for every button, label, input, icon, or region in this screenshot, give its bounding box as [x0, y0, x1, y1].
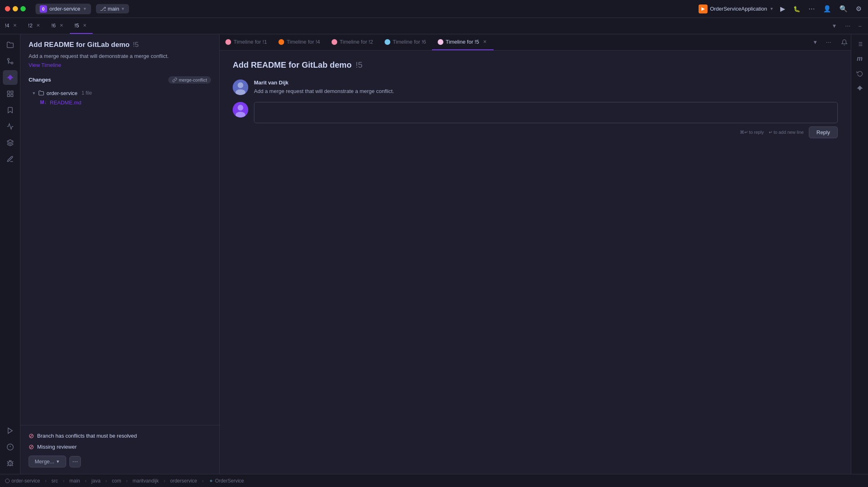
- mr-main-title: Add README for GitLab demo !5: [233, 60, 838, 70]
- right-tab-mr6[interactable]: Timeline for !6: [379, 34, 432, 50]
- notification-bell-button[interactable]: [838, 39, 851, 46]
- mr-description: Add a merge request that will demonstrat…: [29, 52, 211, 60]
- tab-mr5[interactable]: !5 ✕: [70, 18, 93, 34]
- sidebar-item-source-tree[interactable]: [3, 119, 18, 134]
- tab-mr6-icon: [385, 39, 390, 45]
- far-right-gitlab-icon[interactable]: [853, 82, 866, 95]
- comment-body: Marit van Dijk Add a merge request that …: [254, 80, 838, 95]
- statusbar-class-icon: [209, 478, 214, 483]
- project-dropdown-icon: ▼: [83, 7, 87, 11]
- reply-input[interactable]: [254, 102, 838, 123]
- far-right-list-icon[interactable]: [853, 38, 866, 51]
- merge-dropdown-icon: ▼: [56, 459, 60, 464]
- tab-more-button[interactable]: ▼: [828, 23, 840, 29]
- conflict-badge-text: merge-conflict: [179, 77, 207, 82]
- sidebar: [0, 34, 20, 474]
- right-tab-mr4-label: Timeline for !4: [287, 39, 320, 45]
- app-dropdown-icon: ▼: [770, 7, 774, 11]
- tab-mr5-icon: [438, 39, 443, 45]
- app-name: OrderServiceApplication: [710, 6, 767, 12]
- right-tab-mr5-close[interactable]: ✕: [481, 39, 488, 45]
- sidebar-item-git[interactable]: [3, 54, 18, 69]
- traffic-lights: [5, 6, 26, 11]
- changes-label: Changes: [29, 77, 51, 83]
- folder-chevron-icon: ▼: [32, 91, 36, 95]
- far-right-m-icon[interactable]: m: [853, 52, 866, 65]
- statusbar-repo-icon: [5, 478, 10, 483]
- svg-rect-3: [11, 91, 13, 93]
- folder-item[interactable]: ▼ order-service 1 file: [29, 89, 211, 98]
- far-right-history-icon[interactable]: [853, 67, 866, 80]
- tab-mr2[interactable]: !2 ✕: [23, 18, 47, 34]
- statusbar-repo-text: order-service: [11, 478, 40, 484]
- merge-more-button[interactable]: ⋯: [69, 456, 81, 467]
- statusbar-src[interactable]: src: [51, 478, 58, 484]
- right-tab-mr1[interactable]: Timeline for !1: [220, 34, 273, 50]
- statusbar-main[interactable]: main: [69, 478, 80, 484]
- svg-point-0: [11, 62, 13, 64]
- more-actions-button[interactable]: ⋯: [807, 3, 817, 14]
- settings-button[interactable]: ⚙: [854, 3, 863, 14]
- file-item-readme[interactable]: M↓ README.md: [37, 98, 211, 107]
- close-button[interactable]: [5, 6, 10, 11]
- run-button[interactable]: ▶: [779, 3, 787, 14]
- right-tab-actions: ▼ ⋯: [809, 39, 838, 45]
- reply-button[interactable]: Reply: [809, 126, 838, 138]
- debug-button[interactable]: 🐛: [792, 4, 802, 14]
- statusbar-repo[interactable]: order-service: [5, 478, 40, 484]
- statusbar-java[interactable]: java: [91, 478, 100, 484]
- user-button[interactable]: 👤: [821, 3, 833, 14]
- right-tab-mr4[interactable]: Timeline for !4: [273, 34, 326, 50]
- tab-mr2-close[interactable]: ✕: [35, 22, 42, 29]
- branch-selector[interactable]: ⎇ main ▼: [96, 4, 129, 13]
- merge-button[interactable]: Merge... ▼: [29, 456, 66, 467]
- sidebar-item-folder[interactable]: [3, 38, 18, 52]
- sidebar-item-layers[interactable]: [3, 135, 18, 150]
- git-branch-icon: ⎇: [100, 6, 106, 12]
- reply-avatar: [233, 102, 248, 117]
- tab-mr2-icon: [332, 39, 337, 45]
- sidebar-item-bookmark[interactable]: [3, 103, 18, 117]
- statusbar-classname[interactable]: OrderService: [209, 478, 244, 484]
- svg-point-12: [238, 82, 243, 88]
- comment-avatar: [233, 80, 248, 95]
- maximize-button[interactable]: [20, 6, 26, 11]
- minimize-button[interactable]: [13, 6, 18, 11]
- project-selector[interactable]: 0 order-service ▼: [36, 4, 91, 14]
- statusbar-com[interactable]: com: [112, 478, 121, 484]
- tab-mr5-close[interactable]: ✕: [81, 22, 88, 29]
- merge-button-label: Merge...: [35, 458, 54, 465]
- app-selector[interactable]: ▶ OrderServiceApplication ▼: [699, 4, 774, 13]
- far-right-panel: m: [851, 34, 868, 474]
- svg-marker-7: [8, 428, 12, 434]
- tab-split-button[interactable]: ⋯: [842, 23, 854, 29]
- sidebar-item-bug[interactable]: [3, 456, 18, 471]
- right-tab-mr2-label: Timeline for !2: [340, 39, 373, 45]
- sidebar-item-play[interactable]: [3, 423, 18, 438]
- right-tab-overflow-button[interactable]: ▼: [809, 39, 821, 45]
- tab-mr6-close[interactable]: ✕: [58, 22, 65, 29]
- right-tab-mr5-label: Timeline for !5: [446, 39, 479, 45]
- statusbar-sep-5: ›: [126, 478, 128, 484]
- statusbar-maritvandijk[interactable]: maritvandijk: [133, 478, 159, 484]
- right-tab-mr5[interactable]: Timeline for !5 ✕: [432, 34, 494, 50]
- tab-mr4[interactable]: !4 ✕: [0, 18, 23, 34]
- tab-mr6[interactable]: !6 ✕: [47, 18, 70, 34]
- tab-mr4-close[interactable]: ✕: [12, 22, 18, 29]
- sidebar-item-info[interactable]: [3, 440, 18, 454]
- sidebar-item-gitlab[interactable]: [3, 70, 18, 85]
- right-tab-more-button[interactable]: ⋯: [823, 39, 835, 45]
- project-name: order-service: [49, 6, 80, 12]
- svg-marker-6: [7, 140, 13, 143]
- search-button[interactable]: 🔍: [838, 3, 849, 14]
- tab-mr1-icon: [225, 39, 231, 45]
- view-timeline-link[interactable]: View Timeline: [29, 62, 61, 68]
- right-tab-mr2[interactable]: Timeline for !2: [326, 34, 379, 50]
- tab-minimize-button[interactable]: –: [855, 23, 865, 29]
- file-tree: ▼ order-service 1 file M↓ README.md: [29, 89, 211, 107]
- sidebar-item-grid[interactable]: [3, 86, 18, 101]
- conflict-badge: merge-conflict: [168, 76, 211, 84]
- svg-point-1: [7, 58, 9, 60]
- statusbar-orderservice[interactable]: orderservice: [170, 478, 197, 484]
- sidebar-item-pencil[interactable]: [3, 152, 18, 166]
